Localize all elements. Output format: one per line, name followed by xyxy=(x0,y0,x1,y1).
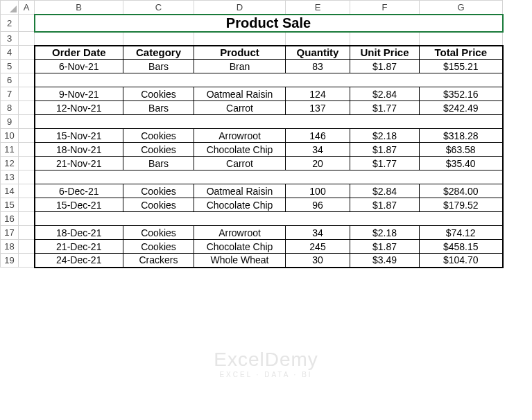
table-cell[interactable]: Arrowroot xyxy=(194,226,286,240)
table-cell[interactable]: Arrowroot xyxy=(194,129,286,143)
table-cell[interactable]: Oatmeal Raisin xyxy=(194,184,286,198)
cell-empty[interactable] xyxy=(123,32,194,46)
table-cell[interactable]: 21-Nov-21 xyxy=(35,157,123,170)
row-header-4[interactable]: 4 xyxy=(1,46,19,60)
table-cell[interactable]: $1.87 xyxy=(350,240,420,254)
cell-empty[interactable] xyxy=(194,32,286,46)
table-cell[interactable]: 20 xyxy=(286,157,350,170)
table-cell[interactable]: 6-Dec-21 xyxy=(35,184,123,198)
table-cell[interactable]: Cookies xyxy=(123,87,194,101)
table-cell[interactable]: 15-Nov-21 xyxy=(35,129,123,143)
row-header-3[interactable]: 3 xyxy=(1,32,19,46)
table-cell[interactable]: 15-Dec-21 xyxy=(35,198,123,212)
table-cell[interactable]: Cookies xyxy=(123,240,194,254)
column-header-A[interactable]: A xyxy=(19,1,35,15)
cell-empty[interactable] xyxy=(19,212,35,226)
table-cell[interactable]: $318.28 xyxy=(420,129,503,143)
table-cell[interactable]: 30 xyxy=(286,254,350,268)
spacer-row[interactable] xyxy=(35,212,503,226)
column-header-C[interactable]: C xyxy=(123,1,194,15)
spreadsheet-grid[interactable]: ABCDEFG 2Product Sale34Order DateCategor… xyxy=(0,0,504,268)
table-cell[interactable]: 34 xyxy=(286,143,350,157)
select-all-corner[interactable] xyxy=(1,1,19,15)
table-cell[interactable]: $155.21 xyxy=(420,60,503,73)
table-cell[interactable]: $2.18 xyxy=(350,129,420,143)
table-cell[interactable]: 18-Nov-21 xyxy=(35,143,123,157)
table-cell[interactable]: 21-Dec-21 xyxy=(35,240,123,254)
table-cell[interactable]: 6-Nov-21 xyxy=(35,60,123,73)
cell-empty[interactable] xyxy=(19,170,35,184)
cell-empty[interactable] xyxy=(19,129,35,143)
table-cell[interactable]: 100 xyxy=(286,184,350,198)
cell-empty[interactable] xyxy=(19,15,35,32)
row-header-12[interactable]: 12 xyxy=(1,157,19,170)
table-cell[interactable]: Bran xyxy=(194,60,286,73)
cell-empty[interactable] xyxy=(286,32,350,46)
table-cell[interactable]: $1.77 xyxy=(350,157,420,170)
table-header[interactable]: Order Date xyxy=(35,46,123,60)
cell-empty[interactable] xyxy=(19,184,35,198)
table-cell[interactable]: 24-Dec-21 xyxy=(35,254,123,268)
table-cell[interactable]: $74.12 xyxy=(420,226,503,240)
table-cell[interactable]: $179.52 xyxy=(420,198,503,212)
row-header-6[interactable]: 6 xyxy=(1,73,19,87)
table-cell[interactable]: 34 xyxy=(286,226,350,240)
table-cell[interactable]: 18-Dec-21 xyxy=(35,226,123,240)
row-header-7[interactable]: 7 xyxy=(1,87,19,101)
table-cell[interactable]: $284.00 xyxy=(420,184,503,198)
row-header-5[interactable]: 5 xyxy=(1,60,19,73)
cell-empty[interactable] xyxy=(19,46,35,60)
cell-empty[interactable] xyxy=(19,240,35,254)
cell-empty[interactable] xyxy=(35,32,123,46)
spacer-row[interactable] xyxy=(35,170,503,184)
table-cell[interactable]: $242.49 xyxy=(420,101,503,115)
table-cell[interactable]: $1.87 xyxy=(350,143,420,157)
cell-empty[interactable] xyxy=(19,157,35,170)
cell-empty[interactable] xyxy=(350,32,420,46)
table-cell[interactable]: $1.87 xyxy=(350,60,420,73)
column-header-D[interactable]: D xyxy=(194,1,286,15)
table-cell[interactable]: $104.70 xyxy=(420,254,503,268)
column-header-G[interactable]: G xyxy=(420,1,503,15)
table-cell[interactable]: $2.84 xyxy=(350,184,420,198)
table-cell[interactable]: $352.16 xyxy=(420,87,503,101)
table-cell[interactable]: 9-Nov-21 xyxy=(35,87,123,101)
row-header-13[interactable]: 13 xyxy=(1,170,19,184)
table-cell[interactable]: $2.84 xyxy=(350,87,420,101)
table-cell[interactable]: $458.15 xyxy=(420,240,503,254)
table-cell[interactable]: $63.58 xyxy=(420,143,503,157)
row-header-18[interactable]: 18 xyxy=(1,240,19,254)
table-cell[interactable]: $2.18 xyxy=(350,226,420,240)
cell-empty[interactable] xyxy=(420,32,503,46)
cell-empty[interactable] xyxy=(19,60,35,73)
table-cell[interactable]: $1.87 xyxy=(350,198,420,212)
table-cell[interactable]: Bars xyxy=(123,101,194,115)
row-header-19[interactable]: 19 xyxy=(1,254,19,268)
table-cell[interactable]: 12-Nov-21 xyxy=(35,101,123,115)
table-header[interactable]: Total Price xyxy=(420,46,503,60)
table-cell[interactable]: Oatmeal Raisin xyxy=(194,87,286,101)
spacer-row[interactable] xyxy=(35,115,503,129)
row-header-9[interactable]: 9 xyxy=(1,115,19,129)
table-cell[interactable]: Bars xyxy=(123,60,194,73)
column-header-E[interactable]: E xyxy=(286,1,350,15)
title-cell[interactable]: Product Sale xyxy=(35,15,503,32)
row-header-17[interactable]: 17 xyxy=(1,226,19,240)
table-header[interactable]: Product xyxy=(194,46,286,60)
table-cell[interactable]: Cookies xyxy=(123,226,194,240)
table-cell[interactable]: $1.77 xyxy=(350,101,420,115)
table-header[interactable]: Quantity xyxy=(286,46,350,60)
column-header-F[interactable]: F xyxy=(350,1,420,15)
table-cell[interactable]: Cookies xyxy=(123,129,194,143)
cell-empty[interactable] xyxy=(19,226,35,240)
table-cell[interactable]: Carrot xyxy=(194,101,286,115)
table-cell[interactable]: 137 xyxy=(286,101,350,115)
table-cell[interactable]: Crackers xyxy=(123,254,194,268)
table-cell[interactable]: 245 xyxy=(286,240,350,254)
spacer-row[interactable] xyxy=(35,73,503,87)
table-cell[interactable]: Carrot xyxy=(194,157,286,170)
cell-empty[interactable] xyxy=(19,87,35,101)
table-cell[interactable]: Bars xyxy=(123,157,194,170)
column-header-B[interactable]: B xyxy=(35,1,123,15)
cell-empty[interactable] xyxy=(19,115,35,129)
